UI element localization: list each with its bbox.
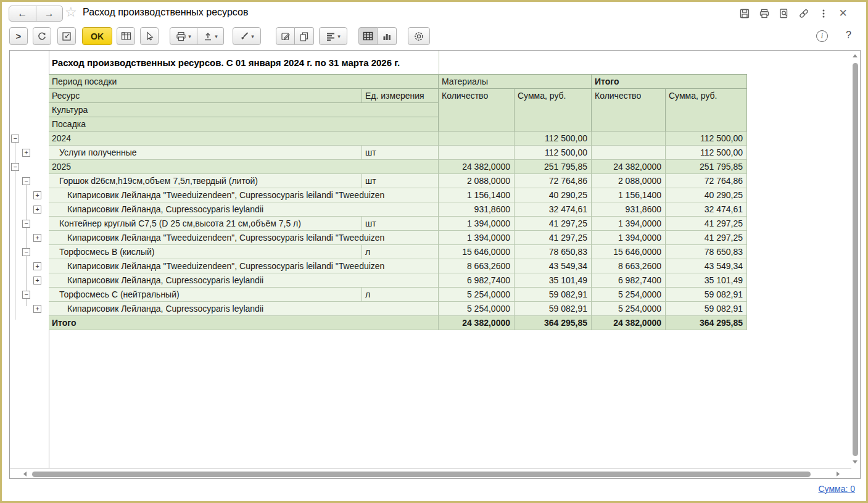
row-unit-cell[interactable]: л <box>362 245 439 259</box>
row-label-cell[interactable]: 2025 <box>49 160 439 174</box>
row-unit-cell[interactable]: шт <box>362 217 439 231</box>
total-qty-cell[interactable]: 24 382,0000 <box>592 316 666 330</box>
total-sum-cell[interactable]: 35 101,49 <box>666 273 747 288</box>
row-label-cell[interactable]: Кипарисовик Лейланда "Tweeduizendeen", C… <box>49 231 439 245</box>
materials-sum-cell[interactable]: 251 795,85 <box>515 160 592 174</box>
collapse-expander[interactable]: − <box>22 291 30 299</box>
expand-expander[interactable]: + <box>33 206 41 214</box>
collapse-expander[interactable]: − <box>11 163 19 171</box>
materials-qty-cell[interactable]: 5 254,0000 <box>439 302 515 316</box>
info-icon[interactable]: i <box>816 30 828 42</box>
total-sum-cell[interactable]: 59 082,91 <box>666 288 747 302</box>
row-label-cell[interactable]: Кипарисовик Лейланда "Tweeduizendeen", C… <box>49 259 439 273</box>
materials-sum-cell[interactable]: 43 549,34 <box>515 259 592 273</box>
collapse-expander[interactable]: − <box>22 220 30 228</box>
table-view-button[interactable] <box>358 27 378 45</box>
collapse-expander[interactable]: − <box>22 248 30 256</box>
preview-icon[interactable] <box>778 7 790 19</box>
edit-button[interactable] <box>276 27 295 45</box>
materials-sum-cell[interactable]: 72 764,86 <box>515 174 592 188</box>
materials-qty-cell[interactable]: 6 982,7400 <box>439 273 515 288</box>
total-sum-cell[interactable]: 72 764,86 <box>666 174 747 188</box>
header-total[interactable]: Итого <box>592 75 747 89</box>
total-sum-cell[interactable]: 41 297,25 <box>666 231 747 245</box>
materials-qty-cell[interactable]: 1 394,0000 <box>439 217 515 231</box>
materials-qty-cell[interactable]: 5 254,0000 <box>439 288 515 302</box>
total-sum-cell[interactable]: 112 500,00 <box>666 146 747 160</box>
compose-button[interactable]: > <box>9 27 28 45</box>
header-total-qty[interactable]: Количество <box>592 89 666 131</box>
scroll-down-arrow[interactable] <box>853 460 858 464</box>
row-label-cell[interactable]: Кипарисовик Лейланда, Cupressocyparis le… <box>49 273 439 288</box>
header-materials-sum[interactable]: Сумма, руб. <box>515 89 592 131</box>
total-qty-cell[interactable]: 5 254,0000 <box>592 288 666 302</box>
forward-button[interactable]: → <box>36 6 63 21</box>
total-qty-cell[interactable]: 6 982,7400 <box>592 273 666 288</box>
row-label-cell[interactable]: Горшок d26см,h19см,объем 7,5л,твердый (л… <box>49 174 362 188</box>
header-materials-qty[interactable]: Количество <box>439 89 515 131</box>
scroll-left-arrow[interactable] <box>23 472 27 476</box>
favorite-star-icon[interactable]: ☆ <box>65 4 77 20</box>
row-label-cell[interactable]: Кипарисовик Лейланда "Tweeduizendeen", C… <box>49 188 439 202</box>
total-qty-cell[interactable]: 5 254,0000 <box>592 302 666 316</box>
horizontal-scrollbar[interactable] <box>10 468 851 478</box>
header-resource[interactable]: Ресурс <box>49 89 362 103</box>
total-sum-cell[interactable]: 32 474,61 <box>666 202 747 217</box>
collapse-expander[interactable]: − <box>11 135 19 143</box>
header-culture[interactable]: Культура <box>49 103 439 117</box>
total-sum-cell[interactable]: 112 500,00 <box>666 131 747 146</box>
total-qty-cell[interactable]: 1 394,0000 <box>592 231 666 245</box>
vertical-scroll-thumb[interactable] <box>853 63 858 456</box>
row-label-cell[interactable]: Услуги полученные <box>49 146 362 160</box>
export-button[interactable]: ▾ <box>197 27 224 45</box>
header-total-sum[interactable]: Сумма, руб. <box>666 89 747 131</box>
expand-expander[interactable]: + <box>22 149 30 157</box>
materials-sum-cell[interactable]: 41 297,25 <box>515 217 592 231</box>
materials-sum-cell[interactable]: 78 650,83 <box>515 245 592 259</box>
refresh-button[interactable] <box>33 27 51 45</box>
total-sum-cell[interactable]: 59 082,91 <box>666 302 747 316</box>
pointer-button[interactable] <box>140 27 159 45</box>
materials-sum-cell[interactable]: 59 082,91 <box>515 302 592 316</box>
total-sum-cell[interactable]: 364 295,85 <box>666 316 747 330</box>
expand-expander[interactable]: + <box>33 305 41 313</box>
materials-sum-cell[interactable]: 41 297,25 <box>515 231 592 245</box>
header-period[interactable]: Период посадки <box>49 75 439 89</box>
header-unit[interactable]: Ед. измерения <box>362 89 439 103</box>
help-icon[interactable]: ? <box>846 30 851 41</box>
materials-sum-cell[interactable]: 40 290,25 <box>515 188 592 202</box>
materials-sum-cell[interactable]: 112 500,00 <box>515 146 592 160</box>
total-qty-cell[interactable] <box>592 131 666 146</box>
total-qty-cell[interactable]: 2 088,0000 <box>592 174 666 188</box>
scroll-right-arrow[interactable] <box>837 472 840 476</box>
materials-sum-cell[interactable]: 59 082,91 <box>515 288 592 302</box>
materials-sum-cell[interactable]: 364 295,85 <box>515 316 592 330</box>
materials-qty-cell[interactable]: 15 646,0000 <box>439 245 515 259</box>
back-button[interactable]: ← <box>9 6 36 21</box>
total-qty-cell[interactable]: 931,8600 <box>592 202 666 217</box>
materials-qty-cell[interactable]: 1 394,0000 <box>439 231 515 245</box>
report-title[interactable]: Расход производственных ресурсов. С 01 я… <box>49 51 747 75</box>
row-label-cell[interactable]: Торфосмесь C (нейтральный) <box>49 288 362 302</box>
ok-button[interactable]: OK <box>82 27 112 45</box>
chart-view-button[interactable] <box>378 27 397 45</box>
horizontal-scroll-thumb[interactable] <box>32 472 811 477</box>
row-label-cell[interactable]: Контейнер круглый C7,5 (D 25 см,высота 2… <box>49 217 362 231</box>
grid-settings-button[interactable] <box>117 27 135 45</box>
save-icon[interactable] <box>738 7 750 19</box>
total-qty-cell[interactable]: 8 663,2600 <box>592 259 666 273</box>
print-button[interactable]: ▾ <box>170 27 197 45</box>
materials-qty-cell[interactable] <box>439 146 515 160</box>
total-qty-cell[interactable]: 24 382,0000 <box>592 160 666 174</box>
expand-expander[interactable]: + <box>33 234 41 242</box>
row-label-cell[interactable]: Кипарисовик Лейланда, Cupressocyparis le… <box>49 202 439 217</box>
vertical-scrollbar[interactable] <box>851 51 860 468</box>
materials-sum-cell[interactable]: 112 500,00 <box>515 131 592 146</box>
materials-qty-cell[interactable] <box>439 131 515 146</box>
header-planting[interactable]: Посадка <box>49 117 439 131</box>
materials-sum-cell[interactable]: 35 101,49 <box>515 273 592 288</box>
row-label-cell[interactable]: Торфосмесь B (кислый) <box>49 245 362 259</box>
format-brush-button[interactable]: ▾ <box>233 27 261 45</box>
collapse-expander[interactable]: − <box>22 177 30 185</box>
total-sum-cell[interactable]: 251 795,85 <box>666 160 747 174</box>
